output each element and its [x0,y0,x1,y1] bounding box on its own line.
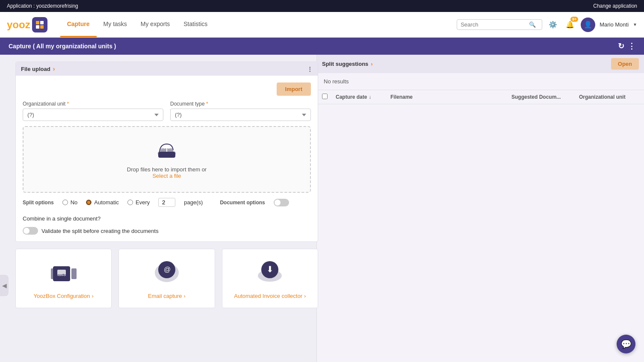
logo: yooz [7,17,47,32]
nav-item-exports[interactable]: My exports [134,12,177,37]
svg-text:@: @ [164,266,171,273]
col-filename[interactable]: Filename [390,94,508,100]
file-upload-chevron-icon[interactable]: › [53,65,55,72]
avatar[interactable]: 👤 [581,18,595,32]
drop-text: Drop files here to import them or [36,166,297,173]
notif-badge: 9+ [570,17,578,22]
invoice-card[interactable]: ⬇ Automated Invoice collector › [222,249,318,308]
org-unit-select[interactable]: (?) [23,109,163,121]
invoice-icon: ⬇ [231,258,309,288]
left-panel: File upload › ⋮ Import Organizational un… [9,55,325,315]
svg-rect-0 [36,21,39,24]
open-button[interactable]: Open [611,58,639,70]
email-icon: @ [127,258,206,288]
file-upload-header: File upload › ⋮ [16,62,318,76]
user-name[interactable]: Mario Monti [600,21,629,28]
logo-text: yooz [7,19,30,31]
nav-right: 🔍 ⚙️ 🔔 9+ 👤 Mario Monti ▼ [457,18,637,32]
collapse-panel-btn[interactable]: ◀ [0,275,9,296]
upload-icon [36,140,297,163]
change-app-btn[interactable]: Change application [593,3,637,9]
user-chevron-icon[interactable]: ▼ [633,22,637,27]
svg-rect-6 [158,152,175,158]
radio-every-input[interactable] [127,200,133,205]
doc-options: Document options [220,199,265,206]
chat-button[interactable]: 💬 [617,335,635,353]
svg-text:⬇: ⬇ [266,265,274,274]
yoozbox-icon: YoozBox [24,258,103,288]
settings-icon[interactable]: ⚙️ [547,18,559,31]
email-link[interactable]: Email capture › [127,293,206,299]
refresh-icon[interactable]: ↻ [618,41,624,51]
doc-type-select[interactable]: (?) [170,109,311,121]
select-file-link[interactable]: Select a file [152,173,181,179]
split-suggestions-title: Split suggestions [322,61,368,67]
page-header-actions: ↻ ⋮ [618,41,635,51]
col-capture-date[interactable]: Capture date ↓ [336,94,387,100]
search-box[interactable]: 🔍 [457,19,542,30]
pages-label: page(s) [184,199,203,206]
page-header: Capture ( All my organizational units ) … [0,38,644,55]
nav-items: Capture My tasks My exports Statistics [60,12,457,37]
radio-automatic[interactable]: Automatic [86,199,119,206]
validate-row: Validate the split before creating the d… [23,227,311,235]
radio-automatic-input[interactable] [86,200,92,205]
svg-rect-3 [40,25,44,29]
col-suggested[interactable]: Suggested Docum... [511,94,576,100]
search-input[interactable] [461,21,529,28]
split-suggestions-header: Split suggestions › Open [317,55,644,73]
main-layout: ◀ File upload › ⋮ Import O [0,55,644,362]
logo-icon [32,17,47,32]
section-menu-icon[interactable]: ⋮ [307,66,313,72]
search-icon[interactable]: 🔍 [529,21,536,28]
yoozbox-card[interactable]: YoozBox YoozBox Configuration › [15,249,112,308]
svg-text:YoozBox: YoozBox [56,274,68,277]
import-button[interactable]: Import [277,82,311,96]
nav-bar: yooz Capture My tasks My exports Statist… [0,12,644,38]
email-arrow-icon: › [184,293,186,299]
feature-cards-row: YoozBox YoozBox Configuration › [15,249,318,308]
pages-input[interactable] [158,198,175,207]
validate-slider [23,227,38,235]
radio-no-input[interactable] [62,200,68,205]
email-card[interactable]: @ Email capture › [118,249,215,308]
org-unit-group: Organizational unit * (?) [23,101,163,121]
form-row-selects: Organizational unit * (?) Document type … [23,101,311,121]
split-chevron-icon[interactable]: › [371,61,372,67]
svg-rect-9 [71,268,77,279]
org-unit-label: Organizational unit * [23,101,163,107]
svg-rect-1 [40,21,44,24]
radio-every[interactable]: Every [127,199,150,206]
col-org-unit[interactable]: Organizational unit [579,94,639,100]
nav-item-tasks[interactable]: My tasks [97,12,134,37]
doc-type-group: Document type * (?) [170,101,311,121]
doc-type-label: Document type * [170,101,311,107]
combine-slider [274,199,289,206]
radio-no[interactable]: No [62,199,78,206]
nav-item-statistics[interactable]: Statistics [177,12,214,37]
no-results-text: No results [317,73,644,90]
file-upload-title: File upload [21,66,50,72]
combine-toggle[interactable] [274,199,289,206]
split-options-label: Split options [23,200,54,206]
invoice-arrow-icon: › [304,293,306,299]
svg-rect-12 [61,277,62,280]
more-icon[interactable]: ⋮ [628,41,635,51]
drop-zone[interactable]: Drop files here to import them or Select… [23,126,311,193]
doc-options-label: Document options [220,200,265,206]
sort-arrow-icon: ↓ [369,94,371,100]
split-table-header: Capture date ↓ Filename Suggested Docum.… [317,90,644,104]
top-bar: Application : yoozdemorefrising Change a… [0,0,644,12]
yoozbox-arrow-icon: › [92,293,93,299]
validate-label: Validate the split before creating the d… [41,228,159,234]
right-panel: Split suggestions › Open No results Capt… [316,55,644,362]
split-options-row: Split options No Automatic Every [23,198,311,222]
yoozbox-link[interactable]: YoozBox Configuration › [24,293,103,299]
notification-icon[interactable]: 🔔 9+ [564,18,576,31]
app-label: Application : yoozdemorefrising [7,3,78,9]
combine-label: Combine in a single document? [23,215,100,222]
invoice-link[interactable]: Automated Invoice collector › [231,293,309,299]
nav-item-capture[interactable]: Capture [60,12,97,37]
file-upload-body: Import Organizational unit * (?) [16,76,318,241]
validate-toggle[interactable] [23,227,38,235]
